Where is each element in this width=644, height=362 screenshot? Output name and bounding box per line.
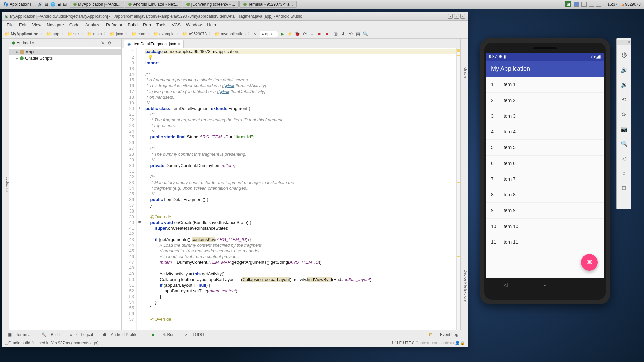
run-icon[interactable]: ▶: [279, 31, 285, 37]
gear-icon[interactable]: ⚙: [107, 40, 112, 46]
puzzle-icon[interactable]: ⊞: [565, 1, 571, 7]
item-list[interactable]: 1Item 12Item 23Item 34Item 45Item 56Item…: [486, 77, 604, 278]
status-icon[interactable]: ▢: [5, 341, 8, 345]
profile-icon[interactable]: ⟳: [302, 31, 308, 37]
list-item[interactable]: 9Item 9: [486, 203, 604, 219]
applications-menu[interactable]: 👣 Applications: [0, 2, 35, 7]
breadcrumbs[interactable]: 📁 MyApplication〉📁 app〉📁 src〉📁 main〉📁 jav…: [4, 31, 252, 37]
menu-navigate[interactable]: Navigate: [44, 22, 66, 27]
home-button[interactable]: ○: [542, 281, 548, 288]
power-icon[interactable]: ⏻: [620, 51, 628, 60]
tray-icon[interactable]: ▤: [63, 2, 67, 7]
rotate-left-icon[interactable]: ⟲: [620, 95, 628, 104]
debug-icon[interactable]: 🐞: [294, 31, 300, 37]
breadcrumb-item[interactable]: 📁 MyApplication: [4, 32, 39, 36]
list-item[interactable]: 2Item 2: [486, 93, 604, 108]
project-view-selector[interactable]: Android: [17, 41, 31, 45]
workspace-switcher[interactable]: [571, 2, 604, 7]
list-item[interactable]: 10Item 10: [486, 219, 604, 234]
menu-analyze[interactable]: Analyze: [83, 22, 103, 27]
clock[interactable]: 15:37: [604, 2, 621, 7]
tool-todo[interactable]: ✓ TODO: [181, 332, 211, 337]
target-icon[interactable]: ⊕: [93, 40, 99, 46]
tree-item-gradle[interactable]: ▸ Gradle Scripts: [9, 55, 121, 61]
volume-down-icon[interactable]: 🔉: [620, 80, 628, 89]
inspector-icon[interactable]: 👤: [455, 341, 460, 345]
overview-icon[interactable]: □: [620, 184, 628, 192]
maximize-button[interactable]: ▫: [454, 14, 459, 19]
menu-vcs[interactable]: VCS: [169, 22, 183, 27]
volume-up-icon[interactable]: 🔊: [620, 66, 628, 74]
tree-item-app[interactable]: ▸ app: [9, 49, 121, 55]
more-icon[interactable]: ⋯: [620, 198, 628, 207]
close-button[interactable]: ×: [460, 14, 465, 19]
tool-build[interactable]: 🔨 Build: [38, 332, 66, 337]
breadcrumb-item[interactable]: 📁 src: [67, 32, 79, 36]
minimize-icon[interactable]: –: [625, 40, 627, 45]
stop-icon[interactable]: ■: [316, 31, 322, 37]
tray-icon[interactable]: ▣: [57, 2, 61, 7]
context-label[interactable]: Context: <no context>: [416, 341, 455, 345]
vlc-icon[interactable]: ▲: [621, 2, 625, 7]
file-encoding[interactable]: UTF-8:: [403, 341, 415, 345]
list-item[interactable]: 8Item 8: [486, 187, 604, 203]
tool-device-explorer[interactable]: Device File Explorer: [464, 268, 468, 304]
zoom-icon[interactable]: 🔍: [620, 139, 628, 148]
tool-logcat[interactable]: ≡ 6: Logcat: [66, 332, 100, 337]
sdk-icon[interactable]: ⬇: [340, 31, 346, 37]
list-item[interactable]: 6Item 6: [486, 156, 604, 171]
emulator-screen[interactable]: 9:37 ⚙ ▮ ◇ ▾ ◢ ▮ My Application 1Item 12…: [486, 53, 604, 292]
caret-position[interactable]: 1:1: [391, 341, 397, 345]
collapse-icon[interactable]: ⇲: [100, 40, 105, 46]
menu-edit[interactable]: Edit: [16, 22, 29, 27]
window-titlebar[interactable]: ◉ MyApplication [~/AndroidStudioProjects…: [2, 12, 468, 21]
editor-tab[interactable]: ◉ ItemDetailFragment.java ×: [124, 40, 184, 48]
menu-tools[interactable]: Tools: [154, 22, 169, 27]
list-item[interactable]: 4Item 4: [486, 124, 604, 140]
line-separator[interactable]: LF:: [397, 341, 403, 345]
menu-help[interactable]: Help: [204, 22, 219, 27]
breadcrumb-item[interactable]: 📁 myapplication: [214, 32, 246, 36]
menu-file[interactable]: File: [4, 22, 16, 27]
volume-icon[interactable]: 🔊: [38, 2, 43, 7]
back-button[interactable]: ◁: [502, 281, 509, 288]
attach-icon[interactable]: ⤓: [309, 31, 315, 37]
lock-icon[interactable]: 🔒: [460, 341, 465, 345]
recents-button[interactable]: □: [581, 281, 588, 288]
tool-project[interactable]: 1: Project: [5, 176, 9, 194]
list-item[interactable]: 1Item 1: [486, 77, 604, 93]
error-stripe[interactable]: [456, 48, 460, 330]
breadcrumb-item[interactable]: 📁 app: [46, 32, 60, 36]
close-icon[interactable]: ×: [628, 40, 630, 45]
avd-icon[interactable]: ▥: [333, 31, 339, 37]
menu-code[interactable]: Code: [67, 22, 83, 27]
apply-changes-icon[interactable]: ⚡: [287, 31, 293, 37]
menu-run[interactable]: Run: [140, 22, 154, 27]
fab-button[interactable]: ✉: [581, 254, 598, 271]
stop-icon[interactable]: ■: [324, 31, 330, 37]
tool-profiler[interactable]: ⬢ Android Profiler: [100, 332, 145, 337]
breadcrumb-item[interactable]: 📁 java: [109, 32, 124, 36]
menu-view[interactable]: View: [29, 22, 44, 27]
back-icon[interactable]: ◁: [620, 154, 628, 163]
tool-run[interactable]: ▶ 4: Run: [145, 332, 181, 337]
taskbar-task[interactable]: [Converting screen:// - ...: [183, 1, 239, 8]
user-label[interactable]: 9529073: [625, 2, 644, 7]
search-icon[interactable]: 🔍: [362, 31, 368, 37]
rotate-right-icon[interactable]: ⟳: [620, 110, 628, 119]
breadcrumb-item[interactable]: 📁 example: [153, 32, 175, 36]
hide-icon[interactable]: —: [113, 40, 119, 46]
tool-terminal[interactable]: ▣ Terminal: [5, 332, 38, 337]
minimize-button[interactable]: ▾: [448, 14, 453, 19]
menu-refactor[interactable]: Refactor: [103, 22, 125, 27]
globe-icon[interactable]: 🌐: [50, 2, 55, 7]
tool-gradle[interactable]: Gradle: [464, 66, 468, 80]
taskbar-task[interactable]: MyApplication [~/Andr...: [70, 1, 124, 8]
structure-icon[interactable]: ▤: [355, 31, 361, 37]
menu-window[interactable]: Window: [183, 22, 204, 27]
run-config-selector[interactable]: ▸ app: [260, 31, 278, 37]
list-item[interactable]: 7Item 7: [486, 171, 604, 187]
close-tab-icon[interactable]: ×: [178, 42, 180, 46]
list-item[interactable]: 3Item 3: [486, 108, 604, 124]
breadcrumb-item[interactable]: 📁 com: [131, 32, 146, 36]
